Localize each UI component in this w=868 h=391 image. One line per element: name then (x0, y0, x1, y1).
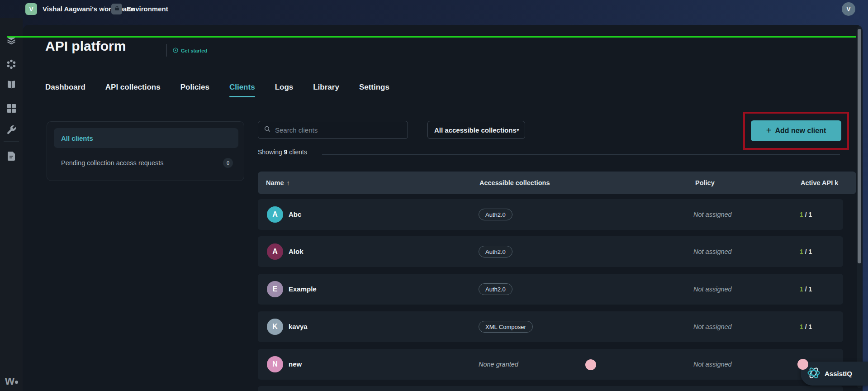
avatar: A (267, 243, 283, 260)
avatar: K (267, 319, 283, 335)
policy-value: Not assigned (693, 311, 732, 342)
workspace-avatar[interactable]: V (25, 3, 37, 15)
search-clients-input[interactable] (275, 126, 402, 134)
table-row[interactable]: A Alok Auth2.0 Not assigned 1 / 1 (258, 236, 843, 267)
plus-icon: + (766, 125, 772, 136)
summary-divider (322, 154, 840, 155)
notification-dot (585, 359, 596, 370)
page-title: API platform (45, 38, 126, 54)
title-divider (166, 44, 167, 57)
active-keys-value: 1 / 1 (800, 311, 812, 342)
table-row-partial (258, 386, 843, 391)
nav-item-all-clients[interactable]: All clients (54, 128, 238, 148)
nav-item-pending-requests[interactable]: Pending collection access requests 0 (54, 153, 238, 173)
collection-badge: Auth2.0 (479, 246, 512, 257)
book-icon[interactable] (6, 79, 17, 90)
snowflake-icon[interactable] (6, 59, 17, 70)
policy-value: Not assigned (693, 274, 732, 305)
collection-badge: XML Composer (479, 321, 533, 333)
tab-bar: Dashboard API collections Policies Clien… (45, 83, 389, 97)
client-name: Abc (289, 199, 301, 230)
wrench-icon[interactable] (6, 124, 17, 135)
table-row[interactable]: A Abc Auth2.0 Not assigned 1 / 1 (258, 199, 843, 230)
atom-icon (807, 366, 821, 381)
policy-value: Not assigned (693, 199, 732, 230)
active-keys-value: 1 / 1 (800, 199, 812, 230)
add-new-client-button[interactable]: + Add new client (751, 120, 841, 141)
client-name: kavya (289, 311, 308, 342)
content-panel: API platform Get started Dashboard API c… (23, 25, 863, 391)
tabs-divider (36, 102, 856, 102)
app-window: V Vishal Aagwani's workspace / Environme… (0, 0, 868, 391)
lock-icon (114, 5, 120, 13)
scrollbar-thumb[interactable] (858, 29, 861, 263)
tab-dashboard[interactable]: Dashboard (45, 83, 85, 97)
column-header-name[interactable]: Name↑ (266, 172, 290, 194)
audit-icon[interactable] (6, 151, 17, 162)
active-keys-value: 1 / 1 (800, 274, 812, 305)
client-name: Alok (289, 236, 304, 267)
user-avatar[interactable]: V (842, 2, 855, 16)
column-header-active-api-keys: Active API k (801, 172, 838, 194)
get-started-link[interactable]: Get started (173, 48, 207, 54)
sidebar-divider (4, 141, 19, 142)
tab-library[interactable]: Library (313, 83, 339, 97)
collection-badge: Auth2.0 (479, 209, 512, 220)
table-row[interactable]: E Example Auth2.0 Not assigned 1 / 1 (258, 274, 843, 305)
column-header-policy: Policy (695, 172, 715, 194)
assistiq-button[interactable]: AssistIQ (801, 362, 868, 386)
client-nav-card: All clients Pending collection access re… (47, 121, 244, 181)
collections-none-granted: None granted (479, 349, 518, 380)
tab-api-collections[interactable]: API collections (105, 83, 161, 97)
table-row[interactable]: N new None granted Not assigned (258, 349, 843, 380)
progress-bar (7, 36, 856, 38)
tab-clients[interactable]: Clients (229, 83, 255, 97)
tab-policies[interactable]: Policies (180, 83, 209, 97)
results-summary: Showing 9 clients (258, 148, 307, 156)
search-icon (264, 125, 271, 134)
table-row[interactable]: K kavya XML Composer Not assigned 1 / 1 (258, 311, 843, 342)
collections-filter-dropdown[interactable]: All accessible collections ▾ (427, 121, 525, 139)
table-header: Name↑ Accessible collections Policy Acti… (258, 172, 856, 194)
collection-badge: Auth2.0 (479, 283, 512, 295)
apps-icon[interactable] (6, 103, 17, 114)
tab-logs[interactable]: Logs (275, 83, 294, 97)
avatar: N (267, 356, 283, 372)
policy-value: Not assigned (693, 236, 732, 267)
highlight-red-box: + Add new client (743, 112, 849, 150)
column-header-collections: Accessible collections (479, 172, 550, 194)
active-keys-value: 1 / 1 (800, 236, 812, 267)
play-circle-icon (173, 48, 178, 54)
icon-sidebar: w (0, 18, 23, 391)
pending-count-badge: 0 (223, 158, 233, 168)
top-bar: V Vishal Aagwani's workspace / Environme… (0, 0, 868, 18)
sort-arrow-icon: ↑ (287, 179, 290, 186)
assistiq-notification-dot (797, 359, 808, 370)
client-name: Example (289, 274, 317, 305)
avatar: A (267, 206, 283, 223)
search-clients-box (258, 121, 408, 139)
brand-logo: w (5, 374, 18, 388)
environment-lock-chip (111, 4, 122, 14)
breadcrumb-separator: / (103, 0, 105, 18)
breadcrumb-environment[interactable]: Environment (127, 0, 168, 18)
avatar: E (267, 281, 283, 297)
policy-value: Not assigned (693, 349, 732, 380)
client-name: new (289, 349, 302, 380)
tab-settings[interactable]: Settings (359, 83, 389, 97)
chevron-down-icon: ▾ (517, 127, 519, 133)
